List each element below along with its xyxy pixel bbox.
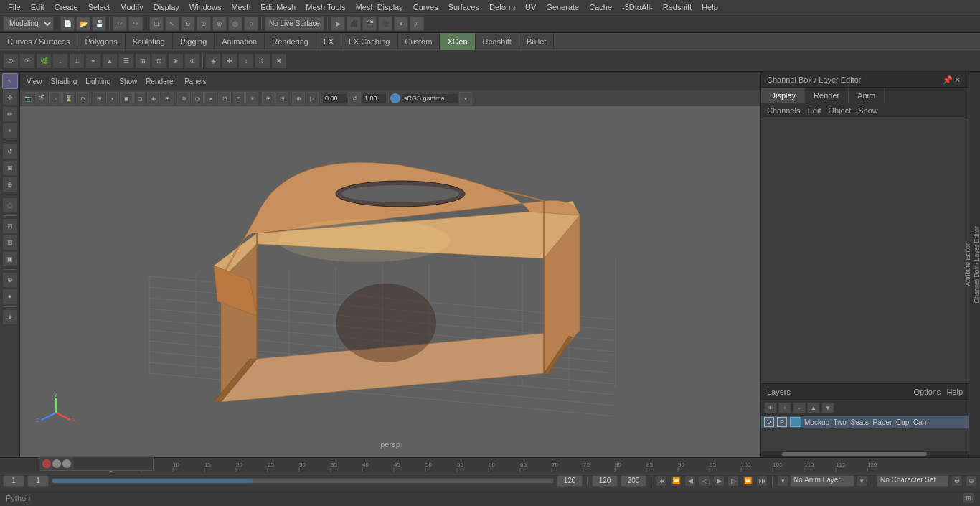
layer-color[interactable] xyxy=(790,417,801,427)
anim-layer-arrow[interactable]: ▾ xyxy=(777,475,788,487)
xgen-icon8[interactable]: ☰ xyxy=(118,53,134,69)
render-icon3[interactable]: 🎬 xyxy=(362,17,377,31)
tab-bullet[interactable]: Bullet xyxy=(519,33,555,50)
mode-selector[interactable]: Modeling xyxy=(3,17,54,31)
menu-redshift[interactable]: Redshift xyxy=(658,1,697,13)
soft-select-btn[interactable]: ◌ xyxy=(2,197,18,213)
render-icon1[interactable]: ▶ xyxy=(331,17,345,31)
tab-xgen[interactable]: XGen xyxy=(440,33,475,50)
layers-remove-btn[interactable]: - xyxy=(793,402,806,413)
end-frame-input[interactable] xyxy=(592,475,618,487)
lt-tool4[interactable]: ⊕ xyxy=(2,272,18,288)
vp-film-icon[interactable]: 🎬 xyxy=(35,92,48,105)
transform-icon[interactable]: ⊞ xyxy=(149,17,164,31)
xgen-icon4[interactable]: ↓ xyxy=(52,53,68,69)
menu-mesh[interactable]: Mesh xyxy=(226,1,255,13)
xgen-icon17[interactable]: ✖ xyxy=(271,53,287,69)
vp-wireframe-icon[interactable]: ⊞ xyxy=(93,92,105,105)
playback-start-btn[interactable]: ⏮ xyxy=(656,475,667,487)
select-icon[interactable]: ↖ xyxy=(165,17,179,31)
channels-object-link[interactable]: Object xyxy=(828,106,851,115)
rp-tab-render[interactable]: Render xyxy=(805,88,849,103)
xgen-icon3[interactable]: 🌿 xyxy=(36,53,52,69)
menu-deform[interactable]: Deform xyxy=(484,1,520,13)
xgen-icon15[interactable]: ↕ xyxy=(238,53,254,69)
xgen-icon14[interactable]: ✚ xyxy=(222,53,237,69)
panel-pin-icon[interactable]: 📌 xyxy=(943,75,951,84)
channel-box-collapse[interactable]: Channel Box / Layer Editor xyxy=(973,223,980,306)
tab-fx[interactable]: FX xyxy=(316,33,341,50)
tab-curves-surfaces[interactable]: Curves / Surfaces xyxy=(0,33,77,50)
tab-redshift[interactable]: Redshift xyxy=(476,33,519,50)
menu-mesh-tools[interactable]: Mesh Tools xyxy=(301,1,350,13)
playback-prev-frame-btn[interactable]: ◀ xyxy=(684,475,696,487)
tab-sculpting[interactable]: Sculpting xyxy=(126,33,173,50)
xgen-icon9[interactable]: ⊞ xyxy=(135,53,151,69)
char-set-btn1[interactable]: ⚙ xyxy=(951,475,963,487)
menu-surfaces[interactable]: Surfaces xyxy=(443,1,484,13)
lt-tool2[interactable]: ⊞ xyxy=(2,235,18,250)
move-tool-btn[interactable]: ✛ xyxy=(2,90,18,106)
layer-visibility[interactable]: V xyxy=(764,417,774,427)
cam-icon2[interactable]: ● xyxy=(394,17,408,31)
layers-options-link[interactable]: Options xyxy=(913,388,941,396)
float-max-btn[interactable] xyxy=(62,459,71,468)
menu-file[interactable]: File xyxy=(3,1,26,13)
save-file-icon[interactable]: 💾 xyxy=(92,17,106,31)
snap3-icon[interactable]: ⊗ xyxy=(212,17,227,31)
float-close-btn[interactable] xyxy=(42,459,51,468)
layers-up-btn[interactable]: ▲ xyxy=(807,402,820,413)
tab-fx-caching[interactable]: FX Caching xyxy=(341,33,397,50)
lighting-menu[interactable]: Lighting xyxy=(82,77,114,86)
render-icon2[interactable]: ⬛ xyxy=(347,17,361,31)
channels-edit-link[interactable]: Edit xyxy=(807,106,821,115)
channels-link[interactable]: Channels xyxy=(767,106,800,115)
shading-menu[interactable]: Shading xyxy=(47,77,81,86)
xgen-icon10[interactable]: ⊡ xyxy=(151,53,167,69)
menu-modify[interactable]: Modify xyxy=(115,1,148,13)
cam-icon1[interactable]: 🎥 xyxy=(378,17,392,31)
xgen-icon1[interactable]: ⚙ xyxy=(3,53,19,69)
menu-curves[interactable]: Curves xyxy=(408,1,443,13)
layers-visible-btn[interactable]: 👁 xyxy=(764,402,777,413)
vp-anim-icon[interactable]: ⌛ xyxy=(62,92,75,105)
playback-next-key-btn[interactable]: ⏩ xyxy=(742,475,753,487)
char-set-btn2[interactable]: ⊕ xyxy=(966,475,977,487)
menu-select[interactable]: Select xyxy=(83,1,116,13)
select-tool-btn[interactable]: ↖ xyxy=(2,73,18,89)
panels-menu[interactable]: Panels xyxy=(181,77,210,86)
lasso-tool-btn[interactable]: ⌖ xyxy=(2,123,18,139)
channels-show-link[interactable]: Show xyxy=(858,106,878,115)
range-end-input[interactable] xyxy=(557,475,583,487)
tab-custom[interactable]: Custom xyxy=(398,33,440,50)
menu-edit[interactable]: Edit xyxy=(26,1,50,13)
lt-tool3[interactable]: ▣ xyxy=(2,251,18,267)
menu-help[interactable]: Help xyxy=(697,1,723,13)
snap5-icon[interactable]: ○ xyxy=(244,17,258,31)
menu-generate[interactable]: Generate xyxy=(541,1,584,13)
open-file-icon[interactable]: 📂 xyxy=(76,17,90,31)
menu-create[interactable]: Create xyxy=(50,1,83,13)
redo-icon[interactable]: ↪ xyxy=(128,17,143,31)
menu-windows[interactable]: Windows xyxy=(184,1,227,13)
lt-tool5[interactable]: ● xyxy=(2,289,18,304)
attribute-editor-collapse[interactable]: Attribute Editor xyxy=(964,240,971,289)
rp-tab-display[interactable]: Display xyxy=(761,88,805,103)
scale-tool-btn[interactable]: ⊞ xyxy=(2,160,18,176)
max-end-input[interactable] xyxy=(621,475,646,487)
playback-play-btn[interactable]: ▶ xyxy=(713,475,725,487)
show-menu[interactable]: Show xyxy=(116,77,141,86)
menu-3dtoall[interactable]: -3DtoAll- xyxy=(617,1,658,13)
snap2-icon[interactable]: ⊕ xyxy=(197,17,211,31)
frame-input2[interactable] xyxy=(27,475,49,487)
xgen-icon12[interactable]: ⊗ xyxy=(184,53,200,69)
snap1-icon[interactable]: ⊙ xyxy=(181,17,195,31)
layers-scrollbar[interactable] xyxy=(761,451,969,457)
snap4-icon[interactable]: ◎ xyxy=(228,17,242,31)
playback-next-frame-btn[interactable]: ▷ xyxy=(727,475,739,487)
menu-edit-mesh[interactable]: Edit Mesh xyxy=(255,1,301,13)
undo-icon[interactable]: ↩ xyxy=(113,17,127,31)
xgen-icon13[interactable]: ◈ xyxy=(205,53,221,69)
live-surface-button[interactable]: No Live Surface xyxy=(265,17,324,31)
tab-rendering[interactable]: Rendering xyxy=(265,33,316,50)
